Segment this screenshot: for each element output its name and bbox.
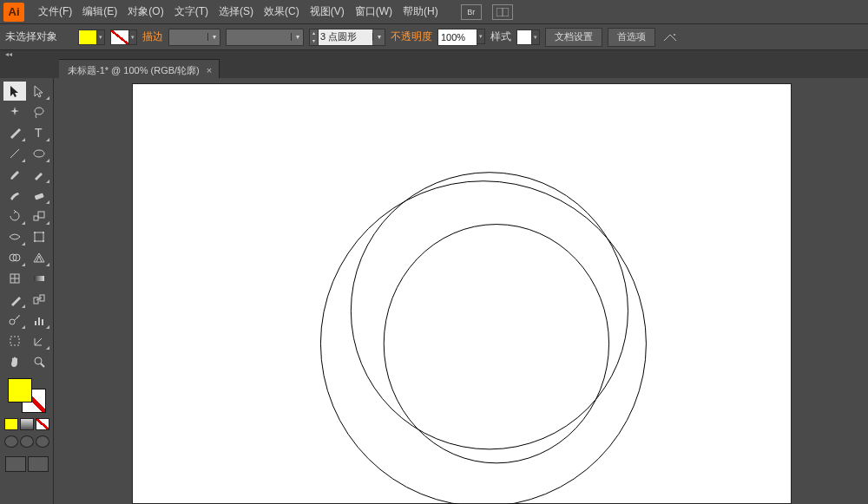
menu-edit[interactable]: 编辑(E): [77, 1, 122, 23]
bridge-icon[interactable]: Br: [461, 4, 482, 20]
close-icon[interactable]: ×: [207, 65, 212, 75]
draw-behind[interactable]: [20, 435, 34, 448]
artboard-tool[interactable]: [3, 331, 26, 350]
blend-tool[interactable]: [28, 290, 50, 309]
svg-rect-30: [10, 337, 19, 345]
opacity-label: 不透明度: [391, 29, 432, 44]
eyedropper-tool[interactable]: [3, 290, 26, 309]
svg-rect-27: [35, 321, 36, 325]
eraser-tool[interactable]: [28, 186, 50, 205]
line-tool[interactable]: [3, 144, 26, 163]
screen-mode-full[interactable]: [28, 456, 49, 472]
fill-swatch-dropdown[interactable]: ▾: [97, 29, 105, 45]
svg-rect-10: [35, 232, 43, 241]
blob-brush-tool[interactable]: [3, 186, 26, 205]
panel-collapse-handle[interactable]: ◂◂: [0, 50, 868, 59]
menu-view[interactable]: 视图(V): [305, 1, 350, 23]
brush-dropdown[interactable]: ▾: [226, 29, 304, 46]
rotate-tool[interactable]: [3, 206, 26, 226]
symbol-sprayer-tool[interactable]: [3, 311, 26, 330]
svg-point-33: [320, 181, 646, 504]
fill-color-box[interactable]: [8, 378, 32, 403]
svg-rect-28: [38, 317, 40, 325]
mesh-tool[interactable]: [3, 269, 26, 288]
stroke-swatch-dropdown[interactable]: ▾: [129, 29, 137, 45]
direct-selection-tool[interactable]: [28, 82, 50, 101]
svg-rect-8: [34, 216, 38, 220]
draw-normal[interactable]: [4, 435, 18, 448]
type-tool[interactable]: T: [28, 123, 50, 142]
menu-object[interactable]: 对象(O): [122, 1, 168, 23]
main-area: T: [0, 78, 868, 504]
draw-mode-row: [4, 435, 49, 448]
menu-window[interactable]: 窗口(W): [350, 1, 398, 23]
svg-point-3: [35, 108, 43, 115]
perspective-grid-tool[interactable]: [28, 248, 50, 267]
color-mode-none[interactable]: [36, 418, 49, 430]
overflow-icon[interactable]: [661, 29, 680, 46]
menubar: Ai 文件(F) 编辑(E) 对象(O) 文字(T) 选择(S) 效果(C) 视…: [0, 0, 868, 24]
svg-line-5: [10, 149, 19, 158]
opacity-field[interactable]: 100%: [437, 29, 477, 46]
slice-tool[interactable]: [28, 331, 50, 350]
gradient-tool[interactable]: [28, 269, 50, 288]
menu-type[interactable]: 文字(T): [169, 1, 214, 23]
stroke-weight-dropdown[interactable]: ▾: [168, 29, 220, 46]
shape-builder-tool[interactable]: [3, 248, 26, 267]
canvas-area[interactable]: [54, 78, 868, 504]
toolbox: T: [0, 78, 54, 504]
style-swatch[interactable]: [516, 29, 532, 45]
scale-tool[interactable]: [28, 206, 50, 226]
pencil-tool[interactable]: [28, 165, 50, 184]
artboard[interactable]: [132, 83, 792, 504]
color-mode-gradient[interactable]: [20, 418, 34, 430]
color-mode-solid[interactable]: [4, 418, 18, 430]
svg-point-12: [43, 232, 44, 233]
selection-status: 未选择对象: [5, 29, 66, 44]
selection-tool[interactable]: [3, 82, 26, 101]
pen-tool[interactable]: [3, 123, 26, 142]
color-mode-row: [4, 418, 49, 430]
svg-point-11: [34, 232, 36, 233]
screen-mode-toggle[interactable]: [5, 456, 26, 472]
svg-rect-21: [34, 298, 38, 304]
opacity-dropdown[interactable]: ▾: [477, 29, 485, 44]
width-tool[interactable]: [3, 227, 26, 246]
arrange-docs-icon[interactable]: [492, 4, 513, 20]
stroke-profile-input[interactable]: [319, 29, 372, 45]
free-transform-tool[interactable]: [28, 227, 50, 246]
magic-wand-tool[interactable]: [3, 102, 26, 121]
options-bar: 未选择对象 ▾ ▾ 描边 ▾ ▾ ▴▾ ▾ 不透明度 100% ▾ 样式 ▾ 文…: [0, 24, 868, 50]
ellipse-tool[interactable]: [28, 144, 50, 163]
fill-stroke-control[interactable]: [8, 378, 46, 413]
menu-effect[interactable]: 效果(C): [259, 1, 305, 23]
svg-point-14: [43, 240, 44, 242]
style-dropdown[interactable]: ▾: [532, 29, 540, 45]
column-graph-tool[interactable]: [28, 311, 50, 330]
svg-point-25: [16, 317, 18, 318]
screen-mode-row: [5, 456, 49, 472]
draw-inside[interactable]: [36, 435, 49, 448]
lasso-tool[interactable]: [28, 102, 50, 121]
svg-point-26: [18, 315, 20, 317]
paintbrush-tool[interactable]: [3, 165, 26, 184]
style-label: 样式: [490, 29, 511, 44]
menu-file[interactable]: 文件(F): [33, 1, 77, 23]
app-icon: Ai: [3, 3, 24, 22]
preferences-button[interactable]: 首选项: [608, 28, 655, 47]
artwork-circles: [133, 84, 791, 504]
menu-help[interactable]: 帮助(H): [398, 1, 444, 23]
stroke-profile-field[interactable]: ▴▾ ▾: [309, 29, 385, 46]
svg-point-35: [384, 225, 608, 463]
fill-swatch[interactable]: [78, 29, 97, 45]
svg-point-13: [34, 240, 36, 242]
menu-select[interactable]: 选择(S): [214, 1, 259, 23]
doc-settings-button[interactable]: 文档设置: [545, 28, 602, 47]
document-tab-bar: 未标题-1* @ 100% (RGB/轮廓) ×: [0, 59, 868, 78]
document-tab[interactable]: 未标题-1* @ 100% (RGB/轮廓) ×: [59, 59, 220, 78]
svg-rect-20: [34, 276, 44, 281]
hand-tool[interactable]: [3, 352, 26, 371]
svg-rect-7: [34, 193, 43, 200]
stroke-swatch[interactable]: [110, 29, 129, 45]
zoom-tool[interactable]: [28, 352, 50, 371]
